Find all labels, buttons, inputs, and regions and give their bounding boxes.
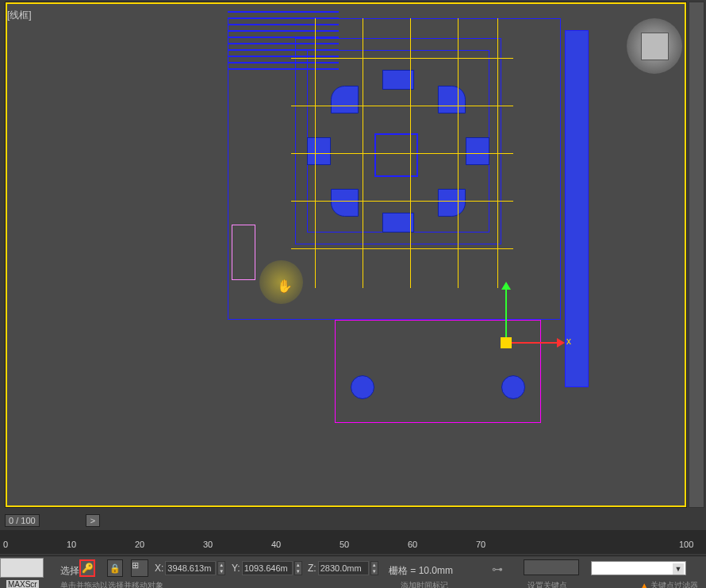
key-filter-label[interactable]: ▲ 关键点过滤器 [640, 580, 698, 588]
gizmo-x-arrow[interactable] [557, 338, 565, 348]
keyframe-button[interactable]: 🔑 [79, 559, 95, 577]
object-round[interactable] [501, 375, 525, 399]
dropdown-arrow-icon: ▼ [673, 563, 684, 575]
z-input[interactable] [318, 561, 369, 575]
gizmo-x-axis[interactable] [505, 342, 561, 344]
time-tick: 100 [679, 540, 693, 549]
select-label: 选择 [60, 564, 79, 578]
key-filter-dropdown[interactable]: ▼ [591, 561, 686, 575]
z-label: Z: [308, 563, 317, 574]
y-input[interactable] [242, 561, 293, 575]
time-tick: 70 [476, 540, 485, 549]
key-icon: 🔑 [82, 563, 94, 574]
object-wall[interactable] [565, 30, 589, 387]
gizmo-x-label: x [566, 336, 571, 347]
time-tag-hint[interactable]: 添加时间标记 [401, 580, 448, 588]
timeline: 0 / 100 > 0 10 20 30 40 50 60 70 100 溜溜自… [0, 511, 706, 555]
z-spinner[interactable]: ▲▼ [370, 561, 378, 575]
viewport-label[interactable]: [线框] [7, 9, 32, 22]
gizmo-y-arrow[interactable] [501, 282, 511, 290]
time-tick: 0 [3, 540, 8, 549]
pan-cursor-icon: ✋ [277, 279, 293, 294]
drawing-content [228, 10, 561, 423]
lock-button[interactable]: 🔒 [107, 559, 123, 577]
maxscript-label[interactable]: MAXScr [6, 580, 39, 588]
selection-arrows [291, 18, 513, 296]
time-tick: 10 [67, 540, 76, 549]
filter-icon: ▲ [640, 581, 648, 588]
viewcube[interactable] [627, 18, 682, 74]
status-hint: 单击并拖动以选择并移动对象 [60, 580, 163, 588]
viewport-scrollbar[interactable] [689, 2, 704, 508]
lock-icon: 🔒 [109, 563, 121, 573]
snap-button[interactable]: ⊞ [131, 559, 148, 577]
transform-gizmo[interactable]: x [485, 288, 565, 352]
grid-label: 栅格 = 10.0mm [389, 564, 453, 578]
time-tick: 50 [340, 540, 349, 549]
y-label: Y: [232, 563, 240, 574]
left-panel[interactable] [0, 558, 44, 578]
set-key-label[interactable]: 设置关键点 [528, 580, 567, 588]
snap-icon: ⊞ [132, 560, 139, 570]
frame-counter[interactable]: 0 / 100 [5, 514, 40, 527]
key-tool-icon[interactable]: ⊶ [492, 563, 514, 575]
viewport[interactable]: [线框] [5, 2, 687, 508]
x-spinner[interactable]: ▲▼ [217, 561, 225, 575]
x-label: X: [155, 563, 163, 574]
time-ruler[interactable]: 0 10 20 30 40 50 60 70 100 [0, 530, 706, 554]
time-tick: 40 [271, 540, 281, 549]
status-bar: MAXScr 选择 🔑 🔒 ⊞ X: ▲▼ Y: ▲▼ Z: ▲▼ 栅格 = 1… [0, 555, 706, 588]
side-box [232, 225, 255, 280]
gizmo-y-axis[interactable] [505, 288, 507, 344]
y-spinner[interactable]: ▲▼ [294, 561, 302, 575]
time-tick: 30 [203, 540, 213, 549]
x-input[interactable] [165, 561, 216, 575]
object-round[interactable] [351, 375, 374, 399]
auto-key-button[interactable] [524, 559, 579, 575]
gizmo-origin[interactable] [501, 337, 512, 348]
time-tick: 60 [408, 540, 417, 549]
time-tick: 20 [135, 540, 144, 549]
viewcube-face[interactable] [641, 33, 669, 60]
expand-button[interactable]: > [86, 514, 100, 527]
